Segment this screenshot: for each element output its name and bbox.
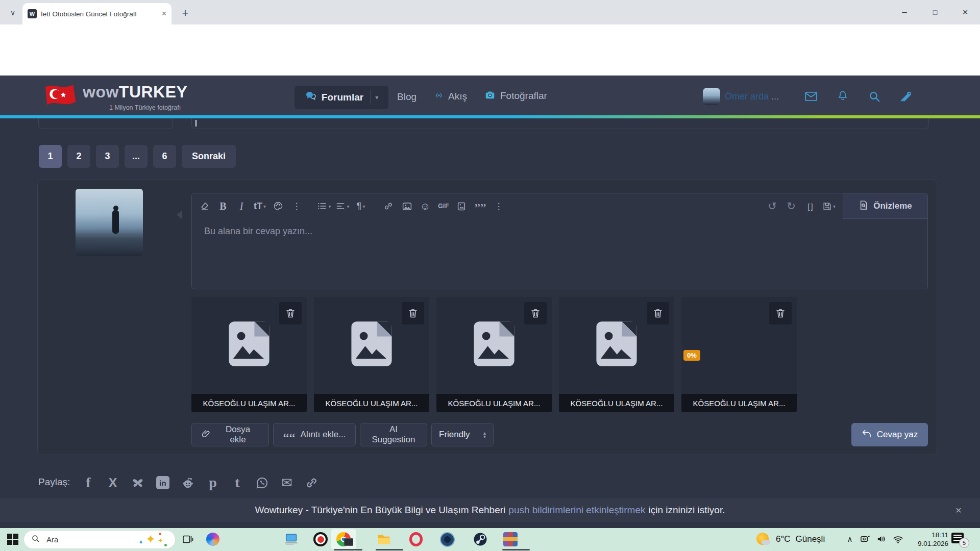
save-draft-icon[interactable]: ▾ <box>820 197 838 215</box>
nav-blog[interactable]: Blog <box>397 91 416 103</box>
attachment-card-uploading: 0% KÖSEOĞLU ULAŞIM AR... <box>681 297 797 412</box>
volume-icon[interactable] <box>876 533 888 546</box>
window-maximize-button[interactable]: □ <box>926 5 944 19</box>
media-gallery-icon[interactable] <box>453 197 471 215</box>
image-placeholder-icon <box>224 318 275 371</box>
reply-submit-button[interactable]: Cevap yaz <box>851 423 928 446</box>
bold-icon[interactable]: B <box>214 197 232 215</box>
image-placeholder-icon <box>591 318 642 371</box>
pc-app-icon[interactable] <box>284 532 298 548</box>
username-link[interactable]: Ömer arda ... <box>725 91 779 102</box>
page-3-button[interactable]: 3 <box>96 145 119 168</box>
task-view-icon[interactable] <box>182 533 194 547</box>
preview-button[interactable]: Önizleme <box>843 193 927 219</box>
copilot-icon[interactable] <box>206 533 219 546</box>
delete-attachment-icon[interactable] <box>524 302 547 324</box>
page-ellipsis-button[interactable]: ... <box>125 145 148 168</box>
font-size-icon[interactable]: tT▾ <box>251 197 268 215</box>
start-button[interactable] <box>7 534 18 545</box>
tab-search-chevron-icon[interactable]: ∨ <box>5 5 20 20</box>
avatar-figure <box>112 210 119 234</box>
opera-gx-icon[interactable] <box>409 532 423 546</box>
delete-attachment-icon[interactable] <box>279 302 302 324</box>
bbcode-brackets-icon[interactable]: [ ] <box>801 197 819 215</box>
more-options-icon[interactable]: ⋮ <box>288 197 305 215</box>
tools-icon[interactable] <box>896 88 915 105</box>
browser-tab[interactable]: W İett Otobüsleri Güncel Fotoğrafl × <box>22 3 172 24</box>
delete-attachment-icon[interactable] <box>769 302 792 324</box>
emoji-icon[interactable]: ☺ <box>416 197 434 215</box>
blue-ring-app-icon[interactable] <box>440 532 455 547</box>
ai-suggestion-button[interactable]: AI Suggestion <box>360 423 427 446</box>
banner-enable-link[interactable]: push bildirimlerini etkinleştirmek <box>508 505 645 516</box>
page-2-button[interactable]: 2 <box>67 145 90 168</box>
copy-link-icon[interactable] <box>305 474 318 491</box>
delete-attachment-icon[interactable] <box>647 302 669 324</box>
quote-icon[interactable]: ”” <box>472 197 489 215</box>
clock-widget[interactable]: 18:11 9.01.2026 <box>912 531 948 548</box>
recorder-app-icon[interactable] <box>313 532 328 546</box>
insert-quote-button[interactable]: ““ Alıntı ekle... <box>273 423 356 446</box>
rich-text-editor[interactable]: B I tT▾ ⋮ ▾ ▾ ¶▾ ☺ GIF ”” ⋮ ↺ ↻ [ ] ▾ Ön… <box>191 193 928 289</box>
x-twitter-icon[interactable]: X <box>106 474 119 491</box>
window-close-button[interactable]: × <box>957 5 974 19</box>
gif-icon[interactable]: GIF <box>435 197 452 215</box>
new-tab-button[interactable]: + <box>179 7 192 20</box>
site-logo[interactable]: wowTURKEY <box>83 83 187 102</box>
steam-icon[interactable] <box>473 532 488 548</box>
attachment-card: KÖSEOĞLU ULAŞIM AR... <box>436 297 552 412</box>
weather-widget[interactable]: 6°C Güneşli <box>755 532 825 547</box>
taskbar-search-box[interactable]: Ara ✦ ✦ ✦ <box>23 530 176 549</box>
image-placeholder-icon <box>469 318 520 371</box>
email-share-icon[interactable]: ✉ <box>280 474 293 491</box>
undo-icon[interactable]: ↺ <box>764 197 781 215</box>
meet-now-icon[interactable] <box>860 533 871 546</box>
attach-file-button[interactable]: Dosya ekle <box>191 423 269 446</box>
user-avatar[interactable] <box>703 88 720 105</box>
italic-icon[interactable]: I <box>233 197 250 215</box>
window-minimize-button[interactable]: – <box>896 5 913 19</box>
tone-select[interactable]: Friendly ▴▾ <box>431 423 494 446</box>
tray-chevron-icon[interactable]: ∧ <box>843 532 856 546</box>
remove-format-icon[interactable] <box>196 197 213 215</box>
notification-count-badge[interactable]: 5 <box>959 538 969 548</box>
composer-avatar[interactable] <box>76 189 143 256</box>
next-page-button[interactable]: Sonraki <box>182 145 236 168</box>
redo-icon[interactable]: ↻ <box>782 197 800 215</box>
winrar-icon[interactable] <box>503 532 518 546</box>
list-icon[interactable]: ▾ <box>315 197 333 215</box>
nav-forums[interactable]: Forumlar ▾ <box>295 86 388 109</box>
banner-close-icon[interactable]: × <box>948 498 969 522</box>
winrar-belt <box>503 537 518 541</box>
align-icon[interactable]: ▾ <box>334 197 351 215</box>
whatsapp-icon[interactable] <box>255 474 269 491</box>
search-magnifier-icon <box>31 534 40 545</box>
nav-feed[interactable]: Akış <box>433 90 467 103</box>
facebook-icon[interactable]: f <box>82 474 95 491</box>
delete-attachment-icon[interactable] <box>402 302 424 324</box>
page-1-button[interactable]: 1 <box>39 145 62 168</box>
page-6-button[interactable]: 6 <box>153 145 176 168</box>
tab-close-icon[interactable]: × <box>162 9 166 18</box>
messages-envelope-icon[interactable] <box>802 89 820 104</box>
tumblr-icon[interactable]: t <box>231 474 244 491</box>
notifications-bell-icon[interactable] <box>834 88 851 104</box>
text-cursor <box>195 120 197 127</box>
pinterest-icon[interactable]: p <box>206 474 219 491</box>
image-placeholder-icon <box>346 318 397 371</box>
preview-doc-search-icon <box>859 199 869 212</box>
text-color-palette-icon[interactable] <box>270 197 287 215</box>
nav-photos[interactable]: Fotoğraflar <box>484 89 547 102</box>
paragraph-icon[interactable]: ¶▾ <box>352 197 370 215</box>
file-explorer-icon[interactable] <box>377 533 391 547</box>
editor-placeholder[interactable]: Bu alana bir cevap yazın... <box>204 226 312 237</box>
chevron-down-icon[interactable]: ▾ <box>375 94 378 101</box>
search-icon[interactable] <box>866 88 883 105</box>
insert-link-icon[interactable] <box>380 197 397 215</box>
more-insert-icon[interactable]: ⋮ <box>490 197 507 215</box>
bluesky-icon[interactable] <box>131 474 145 491</box>
reddit-icon[interactable] <box>181 474 195 491</box>
insert-image-icon[interactable] <box>398 197 415 215</box>
wifi-icon[interactable] <box>892 533 904 546</box>
linkedin-icon[interactable]: in <box>156 474 169 491</box>
